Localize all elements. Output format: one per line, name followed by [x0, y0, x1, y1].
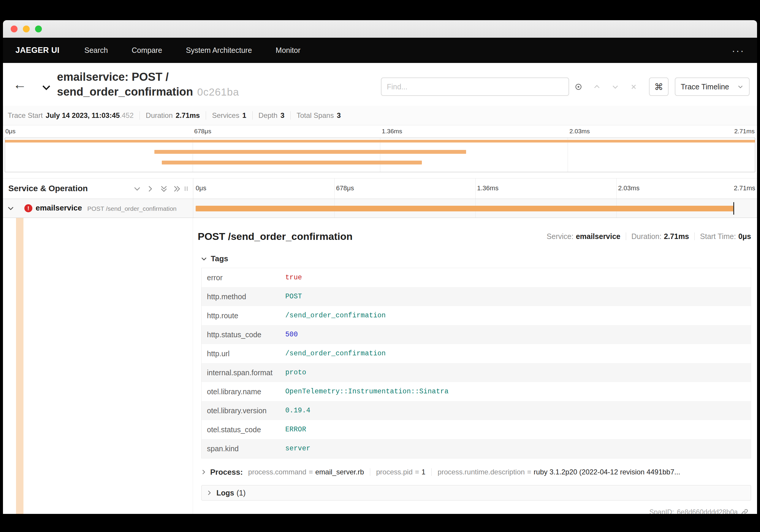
tag-row: http.status_code 500: [202, 325, 751, 344]
chevron-right-icon: [206, 490, 212, 496]
span-tree-left-column: [3, 218, 193, 514]
span-row-timeline: [193, 199, 757, 218]
equals-sign: =: [309, 468, 313, 476]
depth-value: 3: [281, 111, 284, 120]
tag-row: http.url /send_order_confirmation: [202, 344, 751, 363]
brand-jaeger-ui[interactable]: JAEGER UI: [16, 46, 59, 55]
span-detail-title: POST /send_order_confirmation: [198, 231, 353, 242]
minimap-tick-0: 0μs: [5, 128, 16, 135]
span-service-name: emailservice: [36, 203, 82, 213]
divider: [252, 111, 253, 120]
find-prev-chevron-up-icon[interactable]: [590, 77, 604, 96]
nav-item-monitor[interactable]: Monitor: [276, 46, 301, 55]
tag-row: http.method POST: [202, 287, 751, 306]
trace-start-value: July 14 2023, 11:03:45: [46, 111, 120, 120]
span-end-marker: [733, 202, 734, 215]
span-detail-meta: Service: emailservice Duration: 2.71ms S…: [546, 232, 751, 241]
find-next-chevron-down-icon[interactable]: [608, 77, 622, 96]
trace-view-dropdown-label: Trace Timeline: [681, 82, 729, 91]
tag-row: otel.library.version 0.19.4: [202, 401, 751, 420]
collapse-one-chevron-down-icon[interactable]: [133, 185, 141, 193]
match-highlight-icon[interactable]: [571, 77, 586, 96]
tag-value: POST: [285, 293, 302, 301]
tag-row: otel.status_code ERROR: [202, 420, 751, 439]
expand-all-double-chevron-right-icon[interactable]: [173, 185, 181, 193]
tag-key: http.status_code: [202, 330, 285, 339]
timeline-tick-3: 2.03ms: [618, 184, 640, 192]
copy-link-icon[interactable]: [741, 508, 749, 514]
trace-start-label: Trace Start: [8, 111, 43, 120]
span-detail-header: POST /send_order_confirmation Service: e…: [198, 228, 751, 245]
nav-item-search[interactable]: Search: [84, 46, 108, 55]
minimap-tick-2: 1.36ms: [382, 128, 402, 135]
timeline-tick-4: 2.71ms: [734, 184, 755, 192]
trace-title-line2: send_order_confirmation: [57, 85, 193, 98]
equals-sign: =: [415, 468, 419, 476]
span-row-name-column: ! emailservice POST /send_order_confirma…: [3, 199, 193, 218]
divider: [290, 111, 291, 120]
tag-value: 500: [285, 331, 298, 338]
divider: [694, 232, 695, 240]
trace-summary-bar: Trace Start July 14 2023, 11:03:45 .452 …: [3, 106, 757, 125]
total-spans-value: 3: [337, 111, 341, 120]
span-id-footer: SpanID: 6e8d660dddd28b0a: [649, 508, 749, 514]
trace-id: 0c261ba: [197, 86, 239, 98]
span-indent-color-band: [16, 218, 24, 514]
tag-key: otel.status_code: [202, 425, 285, 434]
back-arrow-icon[interactable]: ←: [11, 75, 29, 94]
tag-key: error: [202, 273, 285, 282]
tag-value: proto: [285, 369, 307, 376]
span-id-value: 6e8d660dddd28b0a: [677, 508, 738, 514]
timeline-ticks-header: 0μs 678μs 1.36ms 2.03ms 2.71ms: [193, 178, 757, 199]
tag-key: http.url: [202, 349, 285, 358]
nav-item-compare[interactable]: Compare: [131, 46, 162, 55]
expand-one-chevron-right-icon[interactable]: [146, 185, 154, 193]
span-row[interactable]: ! emailservice POST /send_order_confirma…: [3, 199, 757, 218]
trace-view-dropdown[interactable]: Trace Timeline: [675, 77, 750, 96]
chevron-down-icon: [201, 256, 207, 262]
window-body: ← emailservice: POST / send_order_confir…: [3, 63, 757, 514]
tag-value: 0.19.4: [285, 407, 310, 414]
duration-label: Duration: [146, 111, 173, 120]
minimap-scrubber-canvas[interactable]: [5, 138, 755, 172]
screen: JAEGER UI Search Compare System Architec…: [0, 0, 760, 532]
nav-item-system-architecture[interactable]: System Architecture: [186, 46, 252, 55]
close-window-button[interactable]: [11, 25, 18, 32]
tag-key: span.kind: [202, 444, 285, 453]
minimize-window-button[interactable]: [23, 25, 30, 32]
trace-minimap: 0μs 678μs 1.36ms 2.03ms 2.71ms: [3, 125, 757, 178]
tag-row: error true: [202, 268, 751, 287]
depth-label: Depth: [259, 111, 278, 120]
find-input[interactable]: [381, 77, 569, 96]
tag-value: /send_order_confirmation: [285, 350, 386, 358]
services-label: Services: [212, 111, 239, 120]
process-value: email_server.rb: [315, 468, 364, 476]
window-titlebar: [3, 20, 757, 38]
collapse-all-double-chevron-down-icon[interactable]: [160, 185, 168, 193]
tags-accordion-toggle[interactable]: Tags: [201, 254, 228, 263]
column-resizer-grip[interactable]: [185, 186, 188, 191]
span-operation-name: POST /send_order_confirmation: [87, 205, 177, 212]
gridline: [334, 178, 335, 199]
span-bar[interactable]: [196, 206, 734, 211]
span-collapse-chevron-down-icon[interactable]: [7, 205, 14, 212]
tag-key: http.method: [202, 292, 285, 301]
tag-value: server: [285, 445, 310, 453]
logs-accordion-toggle[interactable]: Logs (1): [201, 485, 751, 501]
find-clear-close-icon[interactable]: [626, 77, 641, 96]
process-value: ruby 3.1.2p20 (2022-04-12 revision 4491b…: [534, 468, 681, 476]
trace-start-millis: .452: [119, 111, 134, 120]
total-spans-label: Total Spans: [297, 111, 334, 120]
chevron-down-icon: [737, 83, 744, 90]
tag-key: otel.library.name: [202, 387, 285, 396]
keyboard-shortcuts-button[interactable]: ⌘: [649, 77, 669, 96]
gridline: [568, 138, 568, 172]
process-key: process.command: [248, 468, 307, 476]
process-accordion-toggle[interactable]: Process: process.command = email_server.…: [201, 466, 680, 478]
overflow-menu-icon[interactable]: ···: [732, 47, 744, 53]
zoom-window-button[interactable]: [35, 25, 42, 32]
gridline: [380, 138, 380, 172]
title-collapse-chevron-icon[interactable]: [41, 82, 52, 93]
process-key: process.runtime.description: [438, 468, 525, 476]
service-meta-label: Service:: [546, 232, 573, 241]
